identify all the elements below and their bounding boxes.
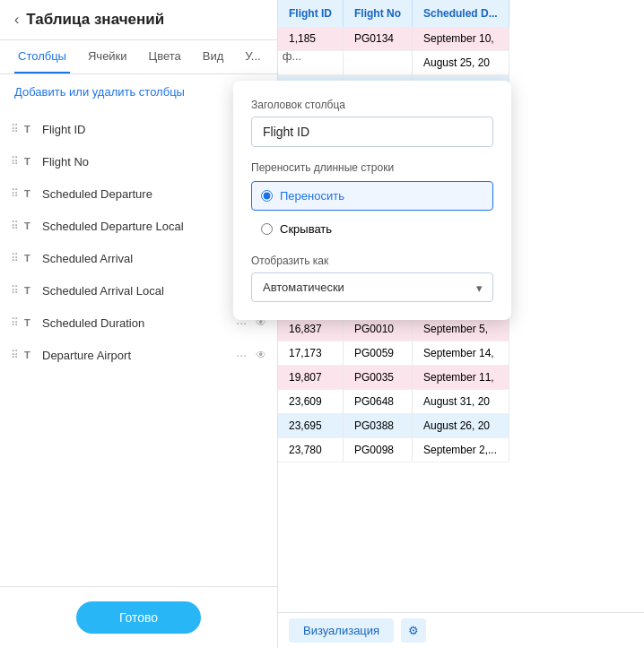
drag-handle-sched-arr[interactable]: ⠿: [11, 252, 19, 264]
tab-colors[interactable]: Цвета: [145, 40, 185, 73]
col-item-dep-airport[interactable]: ⠿ T Departure Airport ··· 👁: [0, 339, 277, 371]
table-cell: PG0098: [344, 438, 413, 462]
viz-button[interactable]: Визуализация: [289, 618, 394, 643]
table-cell: 19,807: [278, 366, 344, 390]
table-cell: 23,780: [278, 438, 344, 462]
table-cell: PG0010: [344, 317, 413, 341]
popup-header-label: Заголовок столбца: [251, 99, 493, 111]
table-cell: PG0648: [344, 390, 413, 414]
table-cell: 16,837: [278, 317, 344, 341]
popup-display-select[interactable]: Автоматически: [251, 272, 493, 302]
done-button[interactable]: Готово: [76, 601, 201, 634]
col-header-flight-no[interactable]: Flight No: [344, 0, 413, 27]
popup-display-label: Отобразить как: [251, 255, 493, 267]
drag-handle-sched-dep[interactable]: ⠿: [11, 187, 19, 200]
table-row: 23,695PG0388August 26, 20: [278, 414, 509, 438]
table-cell: PG0035: [344, 366, 413, 390]
table-row: 23,780PG0098September 2,...: [278, 438, 509, 462]
table-cell: PG0388: [344, 414, 413, 438]
table-row: 1,185PG0134September 10,: [278, 27, 509, 51]
popup-option-wrap-label: Переносить: [280, 189, 344, 203]
col-name-flight-id: Flight ID: [42, 123, 243, 136]
panel-header: ‹ Таблица значений: [0, 0, 277, 40]
table-cell: PG0134: [344, 27, 413, 51]
table-cell: August 31, 20: [412, 390, 509, 414]
tab-extra2[interactable]: ф...: [279, 40, 306, 73]
col-type-sched-dur: T: [24, 317, 37, 328]
col-name-sched-dur: Scheduled Duration: [42, 316, 227, 330]
col-name-sched-dep: Scheduled Departure: [42, 187, 243, 201]
col-type-flight-id: T: [24, 124, 37, 134]
tab-columns[interactable]: Столбцы: [14, 40, 70, 73]
tab-view[interactable]: Вид: [199, 40, 228, 73]
col-name-sched-arr: Scheduled Arrival: [42, 252, 227, 265]
col-name-sched-arr-local: Scheduled Arrival Local: [42, 284, 227, 298]
popup-header-input[interactable]: [251, 117, 493, 147]
table-cell: September 14,: [412, 341, 509, 366]
drag-handle-flight-no[interactable]: ⠿: [11, 155, 19, 168]
table-cell: August 26, 20: [412, 414, 509, 438]
col-type-flight-no: T: [24, 156, 37, 167]
table-cell: September 5,: [412, 317, 509, 341]
table-cell: PG0059: [344, 341, 413, 366]
table-row: 16,837PG0010September 5,: [278, 317, 509, 341]
table-cell: 17,173: [278, 341, 344, 366]
popup-option-hide-label: Скрывать: [280, 222, 332, 236]
drag-handle-sched-dep-local[interactable]: ⠿: [11, 220, 19, 232]
popup-option-wrap[interactable]: Переносить: [251, 181, 493, 211]
col-actions-dep-airport: ··· 👁: [232, 346, 266, 364]
drag-handle-flight-id[interactable]: ⠿: [11, 123, 19, 135]
col-type-sched-dep-local: T: [24, 220, 37, 231]
popup-wrap-label: Переносить длинные строки: [251, 161, 493, 174]
drag-handle-sched-dur[interactable]: ⠿: [11, 316, 19, 329]
column-header-popup: Заголовок столбца Переносить длинные стр…: [233, 81, 511, 320]
panel-title: Таблица значений: [26, 11, 164, 29]
popup-select-wrap: Автоматически: [251, 272, 493, 302]
panel-footer: Готово: [0, 586, 277, 648]
col-type-sched-arr-local: T: [24, 285, 37, 296]
table-row: August 25, 20: [278, 51, 509, 75]
table-cell: 23,695: [278, 414, 344, 438]
col-type-sched-arr: T: [24, 253, 37, 264]
col-name-sched-dep-local: Scheduled Departure Local: [42, 220, 227, 233]
col-header-scheduled-d[interactable]: Scheduled D...: [412, 0, 509, 27]
back-button[interactable]: ‹: [14, 12, 19, 28]
table-cell: August 25, 20: [412, 51, 509, 75]
tab-cells[interactable]: Ячейки: [84, 40, 131, 73]
table-cell: [344, 51, 413, 75]
table-cell: September 11,: [412, 366, 509, 390]
col-menu-dep-airport[interactable]: ···: [232, 346, 250, 364]
col-name-flight-no: Flight No: [42, 155, 243, 168]
tab-extra1[interactable]: У...: [241, 40, 264, 73]
table-cell: 23,609: [278, 390, 344, 414]
popup-radio-hide[interactable]: [261, 223, 273, 235]
table-footer: Визуализация ⚙: [278, 612, 644, 648]
popup-option-hide[interactable]: Скрывать: [251, 214, 493, 244]
gear-button[interactable]: ⚙: [401, 618, 426, 643]
tabs-row: Столбцы Ячейки Цвета Вид У... ф...: [0, 40, 277, 74]
table-cell: September 2,...: [412, 438, 509, 462]
col-eye-dep-airport[interactable]: 👁: [256, 349, 266, 361]
col-type-sched-dep: T: [24, 188, 37, 199]
col-name-dep-airport: Departure Airport: [42, 349, 227, 362]
col-type-dep-airport: T: [24, 350, 37, 360]
drag-handle-dep-airport[interactable]: ⠿: [11, 349, 19, 361]
table-row: 19,807PG0035September 11,: [278, 366, 509, 390]
popup-radio-wrap[interactable]: [261, 190, 273, 202]
col-header-flight-id[interactable]: Flight ID: [278, 0, 344, 27]
table-row: 23,609PG0648August 31, 20: [278, 390, 509, 414]
drag-handle-sched-arr-local[interactable]: ⠿: [11, 284, 19, 297]
table-cell: September 10,: [412, 27, 509, 51]
table-row: 17,173PG0059September 14,: [278, 341, 509, 366]
